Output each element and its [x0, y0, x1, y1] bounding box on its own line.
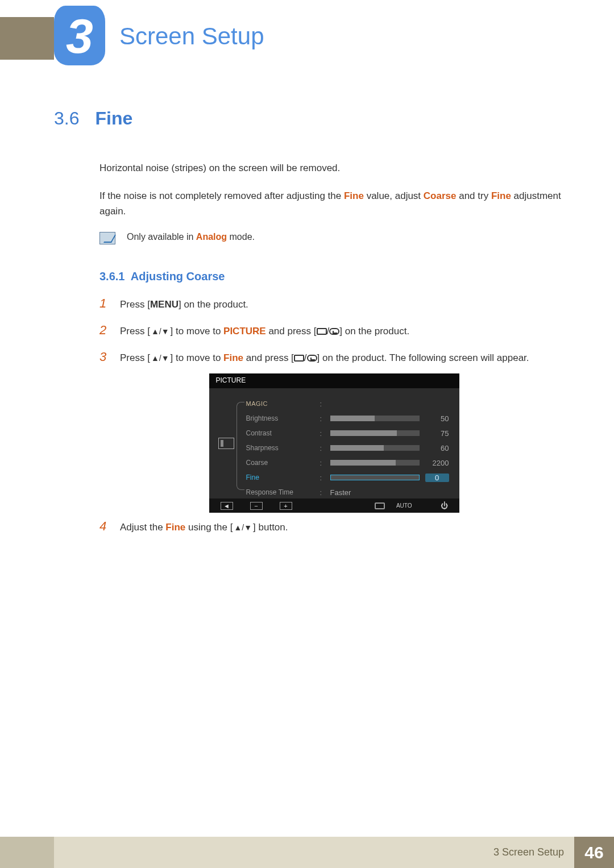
menu-label: MENU: [150, 299, 179, 310]
intro-line1: Horizontal noise (stripes) on the screen…: [99, 160, 569, 176]
picture-tab-icon: [218, 438, 234, 449]
keyword-fine-step4: Fine: [165, 522, 185, 533]
osd-label: Sharpness: [246, 444, 279, 452]
osd-label: Contrast: [246, 429, 272, 437]
osd-footer: ◄ − + AUTO ⏻: [209, 499, 459, 513]
osd-label: Coarse: [246, 459, 268, 467]
subsection-heading: 3.6.1 Adjusting Coarse: [99, 270, 569, 283]
osd-slider: [330, 416, 420, 421]
step-1: 1 Press [MENU] on the product.: [99, 293, 569, 313]
enter-icon: [307, 355, 317, 362]
osd-value: 50: [425, 414, 449, 423]
keyword-fine-2: Fine: [491, 190, 511, 201]
keyword-fine: Fine: [344, 190, 364, 201]
osd-power-icon: ⏻: [441, 501, 448, 510]
osd-value: 2200: [425, 459, 449, 467]
osd-value-text: Faster: [330, 488, 351, 497]
keyword-coarse: Coarse: [424, 190, 457, 201]
note-text: Only available in Analog mode.: [127, 232, 255, 242]
osd-back-icon: ◄: [221, 502, 233, 510]
source-icon: [317, 328, 327, 335]
keyword-picture: PICTURE: [223, 326, 266, 337]
osd-side-tab: [209, 388, 243, 499]
keyword-fine-step: Fine: [223, 352, 243, 363]
section-title: Fine: [95, 108, 132, 129]
intro-line2: If the noise is not completely removed a…: [99, 188, 569, 219]
step-3: 3 Press [▲/▼] to move to Fine and press …: [99, 347, 569, 367]
osd-plus-icon: +: [280, 502, 292, 510]
page-number: 46: [574, 837, 614, 868]
osd-label: MAGIC: [246, 400, 268, 407]
section-heading: 3.6 Fine: [54, 108, 569, 129]
osd-auto-label: AUTO: [396, 502, 412, 509]
step-number: 1: [99, 293, 111, 313]
osd-value: 75: [425, 429, 449, 438]
updown-icon: ▲/▼: [233, 521, 253, 534]
chapter-number: 3: [66, 11, 93, 60]
osd-value: 60: [425, 444, 449, 452]
updown-icon: ▲/▼: [150, 325, 171, 338]
note-icon: [99, 232, 115, 244]
osd-slider: [330, 430, 420, 436]
enter-icon: [329, 328, 339, 335]
page-footer: 3 Screen Setup 46: [0, 837, 614, 868]
step-4: 4 Adjust the Fine using the [▲/▼] button…: [99, 516, 569, 536]
subsection-title: Adjusting Coarse: [131, 270, 225, 283]
note-row: Only available in Analog mode.: [99, 232, 569, 244]
keyword-analog: Analog: [196, 232, 227, 242]
osd-slider: [330, 445, 420, 451]
step-number: 2: [99, 320, 111, 340]
osd-slider: [330, 475, 420, 480]
step-2: 2 Press [▲/▼] to move to PICTURE and pre…: [99, 320, 569, 340]
subsection-number: 3.6.1: [99, 270, 125, 283]
chapter-badge: 3: [54, 6, 105, 65]
step-number: 3: [99, 347, 111, 367]
osd-title: PICTURE: [209, 373, 459, 388]
osd-source-icon: [375, 502, 385, 509]
updown-icon: ▲/▼: [150, 352, 171, 364]
osd-label: Brightness: [246, 414, 279, 422]
section-number: 3.6: [54, 108, 79, 129]
osd-slider: [330, 460, 420, 466]
osd-screenshot: PICTURE MAGICBrightnessContrastSharpness…: [209, 373, 459, 513]
footer-chapter: 3 Screen Setup: [493, 846, 564, 858]
osd-minus-icon: −: [250, 502, 263, 510]
osd-value: 0: [425, 474, 449, 482]
source-icon: [294, 355, 304, 362]
osd-label: Response Time: [246, 488, 293, 496]
chapter-title: Screen Setup: [119, 23, 264, 50]
step-number: 4: [99, 516, 111, 536]
osd-label: Fine: [246, 474, 259, 481]
